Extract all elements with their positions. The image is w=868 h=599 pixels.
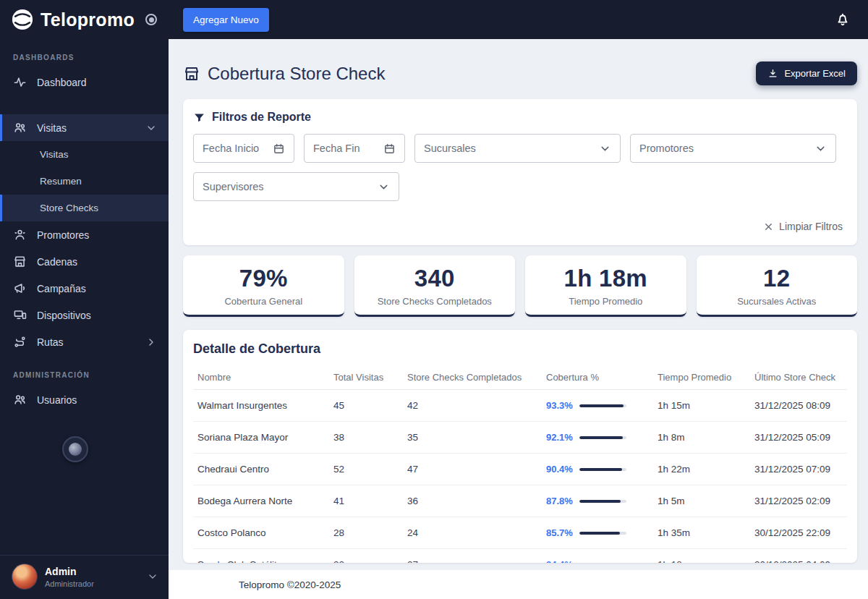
sidebar-item-cadenas[interactable]: Cadenas — [0, 248, 169, 275]
stat-value: 1h 18m — [531, 265, 681, 292]
sidebar-item-rutas[interactable]: Rutas — [0, 328, 169, 355]
table-title: Detalle de Cobertura — [193, 341, 847, 357]
notifications-bell-icon[interactable] — [835, 12, 851, 27]
coverage-table: Nombre Total Visitas Store Checks Comple… — [193, 365, 847, 563]
col-cobertura: Cobertura % — [542, 365, 653, 390]
stat-value: 12 — [702, 265, 852, 292]
sidebar-subitem-resumen[interactable]: Resumen — [0, 168, 169, 195]
footer: Telopromo ©2020-2025 — [169, 570, 868, 599]
fecha-inicio-input[interactable]: Fecha Inicio — [193, 134, 294, 163]
filters-card: Filtros de Reporte Fecha Inicio Fecha Fi… — [183, 99, 857, 245]
sidebar-group-visitas[interactable]: Visitas — [0, 114, 169, 141]
sidebar-item-campanas[interactable]: Campañas — [0, 275, 169, 302]
add-new-button[interactable]: Agregar Nuevo — [183, 8, 269, 32]
close-icon — [763, 221, 774, 232]
profile-chevron-down-icon[interactable] — [147, 571, 158, 582]
floating-widget-button[interactable] — [62, 436, 88, 462]
coverage-percent: 93.3% — [546, 400, 573, 411]
coverage-percent: 90.4% — [546, 464, 573, 475]
sidebar-item-label: Dashboard — [37, 77, 87, 88]
calendar-icon — [273, 143, 285, 155]
sidebar-toggle-button[interactable] — [145, 14, 157, 25]
page-header: Cobertura Store Check Exportar Excel — [183, 61, 857, 85]
sidebar-item-label: Dispositivos — [37, 310, 91, 321]
profile-role: Administrador — [45, 579, 94, 588]
storefront-icon — [13, 255, 27, 268]
export-excel-label: Exportar Excel — [784, 68, 846, 79]
col-store-checks: Store Checks Completados — [403, 365, 542, 390]
coverage-detail-card: Detalle de Cobertura Nombre Total Visita… — [183, 330, 857, 563]
stat-label: Sucursales Activas — [702, 296, 852, 307]
stat-card-cobertura-general: 79% Cobertura General — [183, 255, 344, 317]
sidebar-logo-row: Telopromo — [0, 0, 169, 39]
download-icon — [767, 68, 778, 79]
coverage-progress-bar — [579, 436, 626, 439]
sidebar-item-dashboard[interactable]: Dashboard — [0, 69, 169, 95]
chevron-down-icon — [814, 143, 827, 155]
coverage-progress-bar — [579, 500, 626, 503]
target-icon — [69, 443, 82, 456]
table-row: Soriana Plaza Mayor 38 35 92.1% 1h 8m 31… — [193, 422, 847, 454]
funnel-icon — [193, 111, 205, 124]
clear-filters-button[interactable]: Limpiar Filtros — [193, 201, 847, 234]
chevron-down-icon — [145, 122, 157, 134]
route-icon — [13, 335, 27, 349]
table-row: Walmart Insurgentes 45 42 93.3% 1h 15m 3… — [193, 390, 847, 422]
sucursales-select[interactable]: Sucursales — [414, 134, 621, 163]
table-row: Sam's Club Satélite 32 27 84.4% 1h 18m 3… — [193, 549, 847, 564]
col-tiempo-promedio: Tiempo Promedio — [653, 365, 750, 390]
profile-name: Admin — [45, 566, 94, 577]
sidebar-group-label: Visitas — [37, 122, 67, 134]
coverage-percent: 84.4% — [546, 559, 573, 563]
fecha-fin-input[interactable]: Fecha Fin — [304, 134, 405, 163]
sidebar-item-dispositivos[interactable]: Dispositivos — [0, 302, 169, 328]
sidebar: Telopromo DASHBOARDS Dashboard Visitas V… — [0, 0, 169, 599]
avatar — [12, 564, 38, 590]
coverage-progress-bar — [579, 404, 626, 407]
promotores-select[interactable]: Promotores — [630, 134, 836, 163]
chevron-right-icon — [145, 336, 157, 348]
page-content: Cobertura Store Check Exportar Excel Fil… — [169, 39, 868, 570]
sidebar-subitem-visitas[interactable]: Visitas — [0, 141, 169, 168]
table-row: Chedraui Centro 52 47 90.4% 1h 22m 31/12… — [193, 454, 847, 485]
coverage-percent: 85.7% — [546, 527, 573, 538]
stat-card-sucursales-activas: 12 Sucursales Activas — [697, 255, 858, 317]
stats-row: 79% Cobertura General 340 Store Checks C… — [183, 255, 857, 317]
devices-icon — [13, 308, 27, 322]
sidebar-item-label: Rutas — [37, 336, 64, 348]
sidebar-nav: DASHBOARDS Dashboard Visitas Visitas Res… — [0, 39, 169, 555]
coverage-percent: 92.1% — [546, 432, 573, 443]
section-label-administracion: ADMINISTRACIÓN — [0, 355, 169, 386]
col-total-visitas: Total Visitas — [329, 365, 403, 390]
calendar-icon — [383, 143, 396, 155]
coverage-progress-bar — [579, 468, 626, 471]
stat-label: Store Checks Completados — [360, 296, 510, 307]
sidebar-item-usuarios[interactable]: Usuarios — [0, 386, 169, 413]
page-title: Cobertura Store Check — [208, 64, 385, 84]
sidebar-item-promotores[interactable]: Promotores — [0, 221, 169, 248]
stat-value: 340 — [360, 265, 510, 292]
sidebar-item-label: Promotores — [37, 229, 89, 241]
stat-label: Cobertura General — [189, 296, 339, 307]
storefront-icon — [183, 65, 200, 82]
sidebar-item-label: Campañas — [37, 283, 86, 294]
col-ultimo-store-check: Último Store Check — [750, 365, 847, 390]
sidebar-item-label: Usuarios — [37, 394, 77, 406]
stat-card-tiempo-promedio: 1h 18m Tiempo Promedio — [525, 255, 686, 317]
sidebar-subitem-store-checks[interactable]: Store Checks — [0, 195, 169, 221]
table-row: Bodega Aurrera Norte 41 36 87.8% 1h 5m 3… — [193, 485, 847, 517]
activity-icon — [13, 75, 27, 89]
col-nombre: Nombre — [193, 365, 329, 390]
profile-section[interactable]: Admin Administrador — [0, 555, 169, 599]
export-excel-button[interactable]: Exportar Excel — [756, 61, 857, 85]
app-logo-icon — [12, 9, 33, 30]
sidebar-item-label: Cadenas — [37, 256, 77, 268]
chevron-down-icon — [378, 181, 390, 193]
stat-card-store-checks: 340 Store Checks Completados — [354, 255, 516, 317]
megaphone-icon — [13, 281, 27, 295]
supervisores-select[interactable]: Supervisores — [193, 172, 399, 201]
footer-text: Telopromo ©2020-2025 — [239, 579, 341, 590]
stat-value: 79% — [189, 265, 339, 292]
users-icon — [13, 393, 27, 407]
table-header-row: Nombre Total Visitas Store Checks Comple… — [193, 365, 847, 390]
